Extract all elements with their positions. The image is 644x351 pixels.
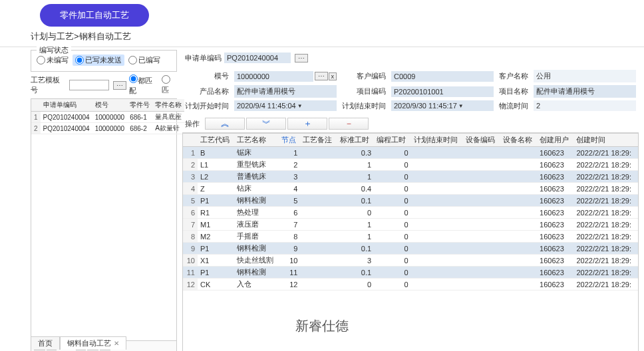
double-chevron-up-icon: ︽ bbox=[221, 118, 230, 130]
table-row[interactable]: 10X1快走丝线割10301606232022/2/21 18:29: bbox=[183, 255, 638, 267]
custname-label: 客户名称 bbox=[499, 71, 528, 81]
radio-match-other[interactable]: 匹 bbox=[162, 75, 177, 95]
projcode-label: 项目编码 bbox=[342, 86, 386, 96]
table-row[interactable]: 5P1钢料检测50.101606232022/2/21 18:29: bbox=[183, 195, 638, 207]
template-filter-row: 工艺模板号 ⋯ 都匹配 匹 bbox=[31, 74, 177, 96]
col-process-name[interactable]: 工艺名称 bbox=[234, 134, 279, 147]
col-process-code[interactable]: 工艺代码 bbox=[198, 134, 234, 147]
col-node[interactable]: 节点 bbox=[279, 134, 300, 147]
planend-value[interactable]: 2020/9/30 11:45:17▼ bbox=[391, 100, 494, 111]
move-top-button[interactable]: ︽ bbox=[205, 118, 245, 130]
remove-row-button[interactable]: － bbox=[329, 118, 369, 130]
col-remark[interactable]: 工艺备注 bbox=[300, 134, 337, 147]
left-col-name[interactable]: 零件名称 bbox=[152, 99, 184, 112]
left-grid: 申请单编码 模号 零件号 零件名称 1PQ2010240004100000006… bbox=[31, 98, 177, 351]
table-row[interactable]: 11P1钢料检测110.101606232022/2/21 18:29: bbox=[183, 267, 638, 279]
table-row[interactable]: 2L1重型铣床2101606232022/2/21 18:29: bbox=[183, 159, 638, 171]
table-row[interactable]: 2PQ201024000410000000686-2A款量针 bbox=[31, 123, 184, 134]
planend-label: 计划结束时间 bbox=[342, 101, 386, 111]
toolbar-label: 操作 bbox=[185, 119, 200, 129]
logistics-value: 2 bbox=[534, 100, 636, 111]
reqcode-lookup[interactable]: ⋯ bbox=[295, 54, 308, 62]
projname-value: 配件申请通用模号 bbox=[534, 85, 636, 98]
table-row[interactable]: 1PQ201024000410000000686-1量具底座 bbox=[31, 112, 184, 123]
mold-lookup[interactable]: ⋯ bbox=[315, 72, 328, 80]
col-user[interactable]: 创建用户 bbox=[537, 134, 573, 147]
radio-unwritten[interactable]: 未编写 bbox=[37, 55, 69, 65]
chevron-down-icon: ▼ bbox=[458, 103, 464, 109]
table-row[interactable]: 8M2手摇磨8101606232022/2/21 18:29: bbox=[183, 231, 638, 243]
reqcode-label: 申请单编码 bbox=[185, 53, 222, 63]
custcode-label: 客户编码 bbox=[342, 71, 386, 81]
left-col-code[interactable]: 申请单编码 bbox=[41, 99, 92, 112]
main-grid: 工艺代码 工艺名称 节点 工艺备注 标准工时 编程工时 计划结束时间 设备编码 … bbox=[182, 133, 639, 351]
chevron-down-icon: ▼ bbox=[297, 103, 303, 109]
mold-value: 10000000 bbox=[234, 71, 313, 82]
table-row[interactable]: 12CK入仓12001606232022/2/21 18:29: bbox=[183, 279, 638, 291]
radio-written[interactable]: 已编写 bbox=[128, 55, 160, 65]
planstart-value[interactable]: 2020/9/4 11:45:04▼ bbox=[234, 100, 337, 111]
table-row[interactable]: 9P1钢料检测90.101606232022/2/21 18:29: bbox=[183, 243, 638, 255]
col-prog-hours[interactable]: 编程工时 bbox=[374, 134, 410, 147]
plus-icon: ＋ bbox=[303, 118, 312, 130]
template-lookup-button[interactable]: ⋯ bbox=[113, 81, 126, 90]
col-std-hours[interactable]: 标准工时 bbox=[337, 134, 374, 147]
table-row[interactable]: 4Z钻床40.401606232022/2/21 18:29: bbox=[183, 183, 638, 195]
col-dev-code[interactable]: 设备编码 bbox=[463, 134, 500, 147]
prodname-label: 产品名称 bbox=[185, 86, 229, 96]
top-action-button[interactable]: 零件加工自动工艺 bbox=[40, 4, 149, 27]
col-ctime[interactable]: 创建时间 bbox=[573, 134, 638, 147]
radio-match-all[interactable]: 都匹配 bbox=[129, 74, 159, 96]
col-dev-name[interactable]: 设备名称 bbox=[500, 134, 537, 147]
double-chevron-down-icon: ︾ bbox=[262, 118, 271, 130]
table-row[interactable]: 6R1热处理6001606232022/2/21 18:29: bbox=[183, 207, 638, 219]
bottom-tabs: 首页 钢料自动工艺✕ bbox=[31, 336, 126, 350]
planstart-label: 计划开始时间 bbox=[185, 101, 229, 111]
radio-written-not-sent[interactable]: 已写未发送 bbox=[73, 55, 124, 66]
breadcrumb: 计划与工艺>钢料自动工艺 bbox=[0, 27, 644, 47]
template-input[interactable] bbox=[69, 80, 109, 90]
left-col-mold[interactable]: 模号 bbox=[92, 99, 128, 112]
prodname-value: 配件申请通用模号 bbox=[234, 85, 337, 98]
table-row[interactable]: 7M1液压磨7101606232022/2/21 18:29: bbox=[183, 219, 638, 231]
custcode-value: C0009 bbox=[391, 71, 494, 82]
status-title: 编写状态 bbox=[37, 45, 71, 55]
minus-icon: － bbox=[345, 118, 353, 130]
watermark-text: 新睿仕德 bbox=[295, 317, 349, 335]
col-plan-end[interactable]: 计划结束时间 bbox=[411, 134, 464, 147]
mold-label: 模号 bbox=[185, 71, 229, 81]
mold-clear[interactable]: x bbox=[329, 72, 337, 80]
reqcode-value: PQ2010240004 bbox=[224, 53, 291, 63]
move-bottom-button[interactable]: ︾ bbox=[246, 118, 286, 130]
tab-home[interactable]: 首页 bbox=[31, 336, 60, 350]
template-label: 工艺模板号 bbox=[31, 75, 67, 95]
table-row[interactable]: 1B锯床10.301606232022/2/21 18:29: bbox=[183, 147, 638, 159]
custname-value: 公用 bbox=[534, 70, 636, 82]
close-icon[interactable]: ✕ bbox=[114, 340, 119, 347]
projcode-value: P20200101001 bbox=[391, 86, 494, 97]
table-row[interactable]: 3L2普通铣床3101606232022/2/21 18:29: bbox=[183, 171, 638, 183]
tab-current[interactable]: 钢料自动工艺✕ bbox=[60, 336, 126, 350]
projname-label: 项目名称 bbox=[499, 86, 528, 96]
grid-toolbar: 操作 ︽ ︾ ＋ － bbox=[182, 116, 639, 133]
logistics-label: 物流时间 bbox=[499, 101, 528, 111]
add-row-button[interactable]: ＋ bbox=[287, 118, 327, 130]
left-col-part[interactable]: 零件号 bbox=[127, 99, 152, 112]
status-fieldset: 编写状态 未编写 已写未发送 已编写 bbox=[31, 50, 177, 72]
